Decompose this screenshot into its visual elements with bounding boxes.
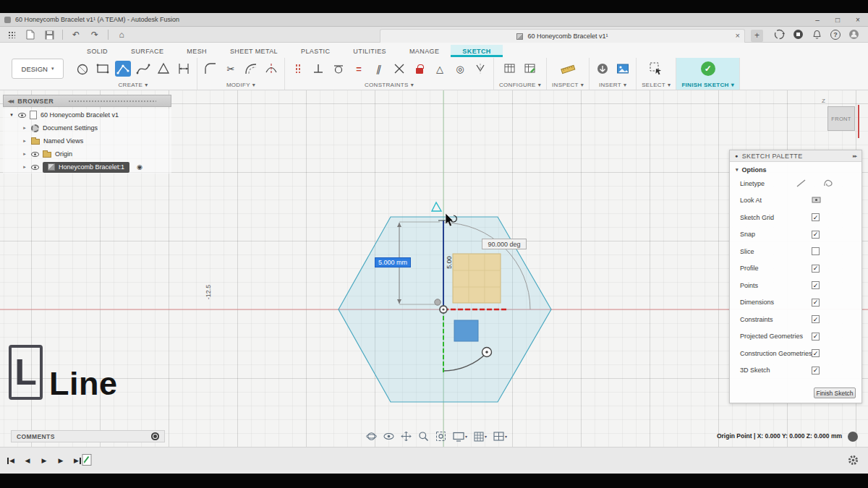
angle-dimension-label[interactable]: 90.000 deg	[482, 239, 527, 249]
home-view-icon[interactable]: ⌂	[116, 29, 127, 40]
insert-menu[interactable]: INSERT▾	[599, 82, 626, 88]
inspect-menu[interactable]: INSPECT▾	[552, 82, 584, 88]
origin-point[interactable]	[440, 306, 447, 313]
look-at-icon[interactable]	[812, 196, 821, 205]
maximize-button[interactable]: □	[827, 16, 848, 24]
help-icon[interactable]: ?	[830, 30, 841, 40]
viewports-icon[interactable]: ▾	[493, 432, 507, 441]
assistant-icon[interactable]	[848, 432, 858, 442]
tab-close-icon[interactable]: ×	[736, 31, 740, 40]
tangent-constraint-icon[interactable]	[331, 61, 346, 77]
pan-icon[interactable]	[401, 431, 412, 442]
modify-menu[interactable]: MODIFY▾	[226, 82, 255, 88]
named-configuration-icon[interactable]	[522, 61, 538, 77]
twistie-icon[interactable]: ▸	[22, 138, 27, 144]
profile-checkbox[interactable]: ✓	[812, 265, 820, 273]
create-menu[interactable]: CREATE▾	[119, 82, 148, 88]
dimensions-checkbox[interactable]: ✓	[812, 299, 820, 307]
finish-sketch-button[interactable]: ✓	[700, 61, 716, 77]
orbit-icon[interactable]	[366, 431, 377, 442]
constraints-menu[interactable]: CONSTRAINTS▾	[365, 82, 414, 88]
selected-profile-region[interactable]	[454, 320, 478, 341]
palette-header[interactable]: ● SKETCH PALETTE ▸▸	[730, 150, 861, 162]
select-tool-icon[interactable]	[648, 61, 664, 77]
trim-tool-icon[interactable]: ✂	[223, 61, 239, 77]
twistie-icon[interactable]: ▸	[22, 151, 27, 157]
tab-solid[interactable]: SOLID	[75, 45, 119, 57]
insert-derive-icon[interactable]	[595, 61, 610, 77]
browser-item-named-views[interactable]: ▸ Named Views	[3, 134, 171, 147]
equal-constraint-icon[interactable]: =	[351, 61, 367, 77]
offset-tool-icon[interactable]	[243, 61, 259, 77]
fix-constraint-icon[interactable]	[412, 61, 427, 77]
skip-to-end-button[interactable]: ▶	[72, 455, 82, 466]
midpoint-constraint-icon[interactable]: △	[432, 61, 448, 77]
zoom-icon[interactable]	[418, 431, 429, 442]
browser-item-component[interactable]: ▸ Honeycomb Bracelet:1 ◉	[3, 160, 171, 174]
browser-item-label[interactable]: Named Views	[43, 137, 83, 145]
selected-component[interactable]: Honeycomb Bracelet:1	[43, 162, 129, 173]
construction-geometries-checkbox[interactable]: ✓	[812, 349, 820, 357]
view-cube[interactable]: Z FRONT	[816, 98, 862, 142]
close-button[interactable]: ×	[848, 16, 868, 24]
line-tool-icon[interactable]	[115, 61, 131, 77]
browser-grip[interactable]	[68, 100, 156, 103]
fillet-tool-icon[interactable]	[203, 61, 218, 77]
workspace-selector[interactable]: DESIGN ▾	[12, 59, 64, 79]
coincident-constraint-icon[interactable]	[290, 61, 306, 77]
redo-icon[interactable]: ↷	[89, 29, 101, 40]
timeline-settings-gear-icon[interactable]	[848, 455, 859, 468]
browser-item-document-settings[interactable]: ▸ Document Settings	[3, 121, 171, 134]
twistie-icon[interactable]: ▸	[22, 125, 27, 131]
new-tab-button[interactable]: +	[751, 30, 763, 42]
select-menu[interactable]: SELECT▾	[642, 82, 671, 88]
polygon-tool-icon[interactable]	[156, 61, 171, 77]
step-forward-button[interactable]: ▶	[56, 455, 66, 466]
circle-tool-icon[interactable]	[75, 61, 90, 77]
minimize-button[interactable]: –	[807, 16, 827, 24]
look-at-view-icon[interactable]	[383, 431, 394, 442]
comments-bar[interactable]: COMMENTS	[11, 430, 165, 442]
extensions-icon[interactable]	[793, 29, 804, 40]
visibility-eye-icon[interactable]	[31, 152, 39, 157]
palette-expand-icon[interactable]: ▸▸	[853, 153, 856, 159]
symmetry-constraint-icon[interactable]	[472, 61, 488, 77]
timeline-sketch-feature[interactable]	[82, 453, 92, 469]
parallel-constraint-icon[interactable]: ∥	[369, 61, 388, 77]
options-section-header[interactable]: ▾ Options	[730, 162, 861, 175]
normal-line-icon[interactable]	[796, 179, 806, 189]
finish-sketch-menu[interactable]: FINISH SKETCH▾	[681, 82, 734, 88]
tab-manage[interactable]: MANAGE	[398, 45, 451, 57]
horizontal-vertical-constraint-icon[interactable]	[310, 61, 326, 77]
viewcube-front-face[interactable]: FRONT	[827, 106, 855, 131]
file-menu-icon[interactable]	[25, 29, 36, 40]
browser-item-label[interactable]: 60 Honeycomb Bracelet v1	[41, 111, 119, 119]
display-settings-icon[interactable]: ▾	[453, 432, 467, 442]
step-back-button[interactable]: ◀	[22, 455, 33, 466]
tab-sketch[interactable]: SKETCH	[451, 45, 502, 57]
arc-endpoint-marker[interactable]	[482, 348, 492, 357]
browser-item-label[interactable]: Origin	[55, 150, 72, 158]
tab-utilities[interactable]: UTILITIES	[341, 45, 398, 57]
skip-to-start-button[interactable]: ◀	[6, 455, 16, 466]
undo-icon[interactable]: ↶	[70, 29, 82, 40]
sketch-grid-checkbox[interactable]: ✓	[812, 213, 820, 221]
points-checkbox[interactable]: ✓	[812, 281, 820, 289]
grid-and-snaps-icon[interactable]: ▾	[474, 432, 487, 442]
app-grid-menu-icon[interactable]	[6, 29, 17, 40]
document-tab[interactable]: 60 Honeycomb Bracelet v1¹ ×	[380, 29, 745, 43]
browser-item-label[interactable]: Document Settings	[43, 124, 98, 132]
twistie-icon[interactable]: ▾	[9, 112, 14, 118]
decal-icon[interactable]	[615, 61, 631, 77]
projected-geometries-checkbox[interactable]: ✓	[812, 333, 820, 341]
browser-item-label[interactable]: Honeycomb Bracelet:1	[59, 163, 124, 171]
spline-tool-icon[interactable]	[135, 61, 151, 77]
browser-header[interactable]: ◀◀ BROWSER	[3, 95, 171, 107]
rectangle-tool-icon[interactable]	[95, 61, 111, 77]
visibility-eye-icon[interactable]	[18, 113, 26, 118]
construction-line-icon[interactable]	[823, 179, 833, 189]
tab-mesh[interactable]: MESH	[175, 45, 218, 57]
browser-item-root[interactable]: ▾ 60 Honeycomb Bracelet v1	[3, 108, 171, 121]
snap-checkbox[interactable]: ✓	[812, 231, 820, 239]
break-tool-icon[interactable]	[263, 61, 279, 77]
